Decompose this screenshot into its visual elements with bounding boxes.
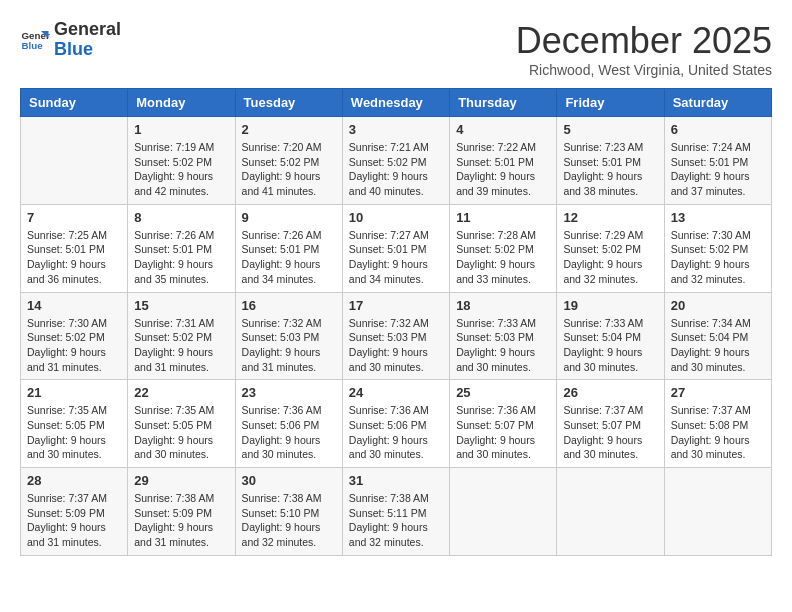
day-cell: 27Sunrise: 7:37 AM Sunset: 5:08 PM Dayli…	[664, 380, 771, 468]
day-number: 2	[242, 122, 336, 137]
day-cell	[21, 117, 128, 205]
day-number: 19	[563, 298, 657, 313]
logo: General Blue General Blue	[20, 20, 121, 60]
day-info: Sunrise: 7:26 AM Sunset: 5:01 PM Dayligh…	[134, 228, 228, 287]
week-row-4: 28Sunrise: 7:37 AM Sunset: 5:09 PM Dayli…	[21, 468, 772, 556]
day-cell: 21Sunrise: 7:35 AM Sunset: 5:05 PM Dayli…	[21, 380, 128, 468]
month-title: December 2025	[516, 20, 772, 62]
day-number: 22	[134, 385, 228, 400]
day-info: Sunrise: 7:33 AM Sunset: 5:04 PM Dayligh…	[563, 316, 657, 375]
day-number: 8	[134, 210, 228, 225]
day-info: Sunrise: 7:32 AM Sunset: 5:03 PM Dayligh…	[349, 316, 443, 375]
day-number: 26	[563, 385, 657, 400]
header-cell-friday: Friday	[557, 89, 664, 117]
day-number: 6	[671, 122, 765, 137]
day-info: Sunrise: 7:32 AM Sunset: 5:03 PM Dayligh…	[242, 316, 336, 375]
header-cell-wednesday: Wednesday	[342, 89, 449, 117]
header-cell-saturday: Saturday	[664, 89, 771, 117]
day-cell: 19Sunrise: 7:33 AM Sunset: 5:04 PM Dayli…	[557, 292, 664, 380]
week-row-0: 1Sunrise: 7:19 AM Sunset: 5:02 PM Daylig…	[21, 117, 772, 205]
day-info: Sunrise: 7:36 AM Sunset: 5:06 PM Dayligh…	[349, 403, 443, 462]
day-info: Sunrise: 7:21 AM Sunset: 5:02 PM Dayligh…	[349, 140, 443, 199]
day-info: Sunrise: 7:23 AM Sunset: 5:01 PM Dayligh…	[563, 140, 657, 199]
day-cell: 26Sunrise: 7:37 AM Sunset: 5:07 PM Dayli…	[557, 380, 664, 468]
header-cell-thursday: Thursday	[450, 89, 557, 117]
day-info: Sunrise: 7:22 AM Sunset: 5:01 PM Dayligh…	[456, 140, 550, 199]
day-cell: 2Sunrise: 7:20 AM Sunset: 5:02 PM Daylig…	[235, 117, 342, 205]
day-cell	[450, 468, 557, 556]
day-info: Sunrise: 7:31 AM Sunset: 5:02 PM Dayligh…	[134, 316, 228, 375]
location: Richwood, West Virginia, United States	[516, 62, 772, 78]
day-cell: 6Sunrise: 7:24 AM Sunset: 5:01 PM Daylig…	[664, 117, 771, 205]
day-info: Sunrise: 7:38 AM Sunset: 5:11 PM Dayligh…	[349, 491, 443, 550]
day-info: Sunrise: 7:36 AM Sunset: 5:07 PM Dayligh…	[456, 403, 550, 462]
day-cell: 11Sunrise: 7:28 AM Sunset: 5:02 PM Dayli…	[450, 204, 557, 292]
day-number: 16	[242, 298, 336, 313]
week-row-3: 21Sunrise: 7:35 AM Sunset: 5:05 PM Dayli…	[21, 380, 772, 468]
day-number: 29	[134, 473, 228, 488]
day-cell: 9Sunrise: 7:26 AM Sunset: 5:01 PM Daylig…	[235, 204, 342, 292]
day-number: 21	[27, 385, 121, 400]
day-info: Sunrise: 7:33 AM Sunset: 5:03 PM Dayligh…	[456, 316, 550, 375]
day-number: 9	[242, 210, 336, 225]
day-number: 27	[671, 385, 765, 400]
day-number: 25	[456, 385, 550, 400]
day-cell: 30Sunrise: 7:38 AM Sunset: 5:10 PM Dayli…	[235, 468, 342, 556]
day-cell: 31Sunrise: 7:38 AM Sunset: 5:11 PM Dayli…	[342, 468, 449, 556]
header-cell-tuesday: Tuesday	[235, 89, 342, 117]
day-number: 28	[27, 473, 121, 488]
day-info: Sunrise: 7:27 AM Sunset: 5:01 PM Dayligh…	[349, 228, 443, 287]
day-cell: 23Sunrise: 7:36 AM Sunset: 5:06 PM Dayli…	[235, 380, 342, 468]
calendar-header: SundayMondayTuesdayWednesdayThursdayFrid…	[21, 89, 772, 117]
day-info: Sunrise: 7:35 AM Sunset: 5:05 PM Dayligh…	[134, 403, 228, 462]
day-cell: 24Sunrise: 7:36 AM Sunset: 5:06 PM Dayli…	[342, 380, 449, 468]
day-number: 31	[349, 473, 443, 488]
day-info: Sunrise: 7:19 AM Sunset: 5:02 PM Dayligh…	[134, 140, 228, 199]
day-info: Sunrise: 7:30 AM Sunset: 5:02 PM Dayligh…	[671, 228, 765, 287]
day-number: 10	[349, 210, 443, 225]
day-cell: 14Sunrise: 7:30 AM Sunset: 5:02 PM Dayli…	[21, 292, 128, 380]
day-number: 15	[134, 298, 228, 313]
day-cell: 17Sunrise: 7:32 AM Sunset: 5:03 PM Dayli…	[342, 292, 449, 380]
day-number: 23	[242, 385, 336, 400]
day-cell: 12Sunrise: 7:29 AM Sunset: 5:02 PM Dayli…	[557, 204, 664, 292]
day-cell: 1Sunrise: 7:19 AM Sunset: 5:02 PM Daylig…	[128, 117, 235, 205]
day-number: 20	[671, 298, 765, 313]
day-info: Sunrise: 7:37 AM Sunset: 5:07 PM Dayligh…	[563, 403, 657, 462]
day-info: Sunrise: 7:38 AM Sunset: 5:10 PM Dayligh…	[242, 491, 336, 550]
day-info: Sunrise: 7:25 AM Sunset: 5:01 PM Dayligh…	[27, 228, 121, 287]
day-info: Sunrise: 7:36 AM Sunset: 5:06 PM Dayligh…	[242, 403, 336, 462]
day-cell: 16Sunrise: 7:32 AM Sunset: 5:03 PM Dayli…	[235, 292, 342, 380]
day-number: 13	[671, 210, 765, 225]
day-cell: 18Sunrise: 7:33 AM Sunset: 5:03 PM Dayli…	[450, 292, 557, 380]
day-number: 4	[456, 122, 550, 137]
day-cell: 7Sunrise: 7:25 AM Sunset: 5:01 PM Daylig…	[21, 204, 128, 292]
day-number: 24	[349, 385, 443, 400]
day-info: Sunrise: 7:24 AM Sunset: 5:01 PM Dayligh…	[671, 140, 765, 199]
day-cell	[557, 468, 664, 556]
calendar-body: 1Sunrise: 7:19 AM Sunset: 5:02 PM Daylig…	[21, 117, 772, 556]
day-number: 12	[563, 210, 657, 225]
week-row-1: 7Sunrise: 7:25 AM Sunset: 5:01 PM Daylig…	[21, 204, 772, 292]
page-header: General Blue General Blue December 2025 …	[20, 20, 772, 78]
day-cell: 8Sunrise: 7:26 AM Sunset: 5:01 PM Daylig…	[128, 204, 235, 292]
day-info: Sunrise: 7:35 AM Sunset: 5:05 PM Dayligh…	[27, 403, 121, 462]
day-cell: 5Sunrise: 7:23 AM Sunset: 5:01 PM Daylig…	[557, 117, 664, 205]
day-number: 1	[134, 122, 228, 137]
day-number: 14	[27, 298, 121, 313]
day-cell: 29Sunrise: 7:38 AM Sunset: 5:09 PM Dayli…	[128, 468, 235, 556]
day-info: Sunrise: 7:29 AM Sunset: 5:02 PM Dayligh…	[563, 228, 657, 287]
day-cell: 3Sunrise: 7:21 AM Sunset: 5:02 PM Daylig…	[342, 117, 449, 205]
day-cell: 10Sunrise: 7:27 AM Sunset: 5:01 PM Dayli…	[342, 204, 449, 292]
logo-icon: General Blue	[20, 25, 50, 55]
header-cell-sunday: Sunday	[21, 89, 128, 117]
day-info: Sunrise: 7:37 AM Sunset: 5:09 PM Dayligh…	[27, 491, 121, 550]
day-cell: 13Sunrise: 7:30 AM Sunset: 5:02 PM Dayli…	[664, 204, 771, 292]
header-row: SundayMondayTuesdayWednesdayThursdayFrid…	[21, 89, 772, 117]
day-info: Sunrise: 7:26 AM Sunset: 5:01 PM Dayligh…	[242, 228, 336, 287]
day-info: Sunrise: 7:38 AM Sunset: 5:09 PM Dayligh…	[134, 491, 228, 550]
day-cell: 15Sunrise: 7:31 AM Sunset: 5:02 PM Dayli…	[128, 292, 235, 380]
day-info: Sunrise: 7:37 AM Sunset: 5:08 PM Dayligh…	[671, 403, 765, 462]
day-number: 3	[349, 122, 443, 137]
day-number: 18	[456, 298, 550, 313]
